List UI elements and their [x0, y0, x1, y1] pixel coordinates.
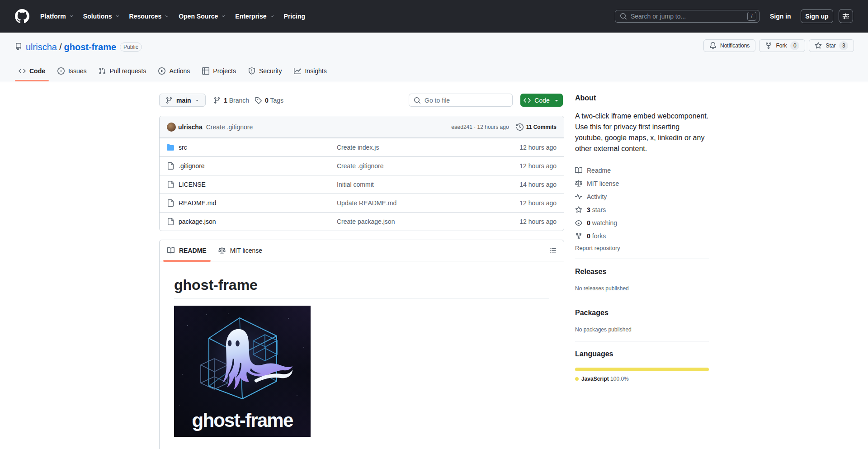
svg-text:ghost-frame: ghost-frame [192, 410, 293, 431]
